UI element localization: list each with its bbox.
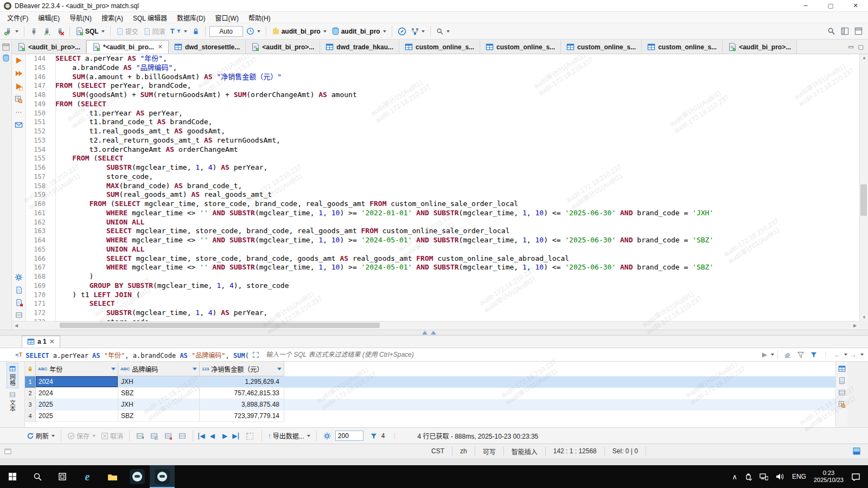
taskbar-search-button[interactable]	[25, 465, 50, 488]
expand-filter-icon[interactable]	[252, 351, 259, 358]
edit-cell-icon[interactable]	[178, 432, 186, 440]
table-row-3[interactable]: 32025JXH3,898,875.48	[25, 399, 835, 410]
column-header-0[interactable]: ABC年份	[36, 362, 118, 376]
splitter-up-icon[interactable]	[431, 331, 436, 335]
code-line-165[interactable]: 165 UNION ALL	[26, 245, 859, 254]
taskbar-explorer-button[interactable]	[100, 465, 125, 488]
code-line-164[interactable]: 164 WHERE mgclear_time <> '' AND SUBSTR(…	[26, 236, 859, 245]
code-line-151[interactable]: 151 t1.brand_code_t AS brandCode,	[26, 118, 859, 127]
menu-item-7[interactable]: 帮助(H)	[244, 12, 276, 23]
column-header-2[interactable]: 123净销售金额（元）	[200, 362, 284, 376]
close-button[interactable]: ✕	[843, 0, 868, 12]
edit-filter-funnel-icon[interactable]	[797, 351, 805, 358]
row-number[interactable]: 3	[25, 399, 36, 410]
compass-button[interactable]	[396, 26, 407, 36]
code-line-167[interactable]: 167 WHERE mgclear_time <> '' AND SUBSTR(…	[26, 263, 859, 272]
taskbar-app-dbeaver-2-active[interactable]	[150, 465, 175, 488]
code-line-150[interactable]: 150 t1.perYear AS perYear,	[26, 109, 859, 118]
filter-count-funnel-icon[interactable]	[370, 432, 378, 440]
editor-tab-2[interactable]: dwd_storesettle...	[169, 40, 246, 54]
editor-results-splitter[interactable]	[0, 330, 868, 336]
results-grid[interactable]: ABC年份ABC品牌编码123净销售金额（元） 12024JXH1,295,62…	[25, 362, 835, 427]
table-row-4[interactable]: 42025SBZ723,397,779.14	[25, 410, 835, 422]
editor-tab-3[interactable]: <audit_bi_pro>...	[246, 40, 320, 54]
export-data-button[interactable]: ↑ 导出数据...	[266, 430, 312, 441]
cell-r4-c2[interactable]: 723,397,779.14	[200, 410, 284, 422]
code-line-157[interactable]: 157 store_code,	[26, 172, 859, 182]
editor-tab-1[interactable]: *<audit_bi_pro...✕	[86, 40, 169, 54]
chevron-down-icon[interactable]	[860, 354, 864, 356]
cell-r4-c1[interactable]: SBZ	[118, 410, 200, 422]
code-line-145[interactable]: 145 a.brandCode AS "品牌编码",	[26, 63, 859, 73]
close-icon[interactable]: ✕	[49, 338, 55, 345]
output-doc-icon[interactable]	[15, 286, 23, 294]
cell-r2-c2[interactable]: 757,462,815.33	[200, 388, 284, 399]
row-number[interactable]: 2	[25, 388, 36, 399]
code-line-147[interactable]: 147FROM (SELECT perYear, brandCode,	[26, 81, 859, 91]
minimize-button[interactable]: ─	[793, 0, 818, 12]
delete-row-icon[interactable]	[164, 432, 172, 440]
network-icon[interactable]	[760, 473, 768, 480]
code-line-154[interactable]: 154 t3.orderChangeAmt AS orderChangeAmt	[26, 145, 859, 155]
commit-button[interactable]: 提交	[114, 25, 140, 37]
code-line-161[interactable]: 161 WHERE mgclear_time <> '' AND SUBSTR(…	[26, 209, 859, 218]
code-line-152[interactable]: 152 t1.real_goods_amt_t AS goodsAmt,	[26, 127, 859, 136]
close-tab-icon[interactable]: ✕	[158, 43, 163, 50]
metadata-panel-icon[interactable]	[838, 389, 846, 396]
execute-statement-icon[interactable]	[15, 56, 23, 65]
filters-funnel-icon[interactable]	[810, 351, 818, 358]
new-connection-button[interactable]	[3, 26, 20, 36]
save-button[interactable]: 保存	[66, 430, 97, 441]
cancel-button[interactable]: 取消	[99, 430, 125, 441]
table-row-1[interactable]: 12024JXH1,295,629.4	[25, 376, 835, 388]
sql-editor-button[interactable]: SQL	[74, 26, 106, 36]
editor-tab-5[interactable]: custom_online_s...	[399, 40, 480, 54]
refresh-button[interactable]: 刷新	[25, 430, 56, 441]
code-line-163[interactable]: 163 SELECT mgclear_time, store_code, bra…	[26, 227, 859, 236]
disconnect-button[interactable]	[28, 26, 40, 36]
chevron-down-icon[interactable]	[844, 354, 847, 356]
perspective-icon[interactable]	[841, 27, 849, 35]
sort-dropdown-icon[interactable]	[111, 368, 116, 370]
transaction-mode-button[interactable]: T	[169, 26, 189, 36]
menu-item-2[interactable]: 导航(N)	[65, 12, 97, 23]
editor-tab-4[interactable]: dwd_trade_hkau...	[320, 40, 399, 54]
menu-item-0[interactable]: 文件(F)	[2, 12, 33, 23]
table-row-2[interactable]: 22024SBZ757,462,815.33	[25, 388, 835, 399]
editor-tab-0[interactable]: <audit_bi_pro>...	[12, 40, 86, 54]
layout-icon[interactable]	[854, 27, 863, 35]
sort-dropdown-icon[interactable]	[277, 368, 282, 370]
goto-row-icon[interactable]	[246, 432, 253, 440]
editor-tab-9[interactable]: <audit_bi_pro>...	[723, 40, 797, 54]
code-line-166[interactable]: 166 SELECT mgclear_time, store_code, bra…	[26, 254, 859, 264]
cell-r2-c1[interactable]: SBZ	[118, 388, 200, 399]
cell-r3-c0[interactable]: 2025	[36, 399, 118, 410]
notification-center-icon[interactable]	[851, 473, 860, 481]
grid-corner-lock[interactable]	[25, 362, 36, 376]
editor-vscroll-thumb[interactable]	[860, 184, 867, 216]
last-row-icon[interactable]: ▶|	[232, 432, 240, 440]
next-row-icon[interactable]: ▶	[222, 432, 227, 440]
log-doc-icon[interactable]	[15, 299, 23, 306]
tray-chevron-up-icon[interactable]: ∧	[732, 473, 737, 481]
add-row-icon[interactable]	[136, 432, 144, 440]
calc-panel-icon[interactable]	[838, 377, 846, 384]
code-line-171[interactable]: 171 SELECT	[26, 299, 859, 309]
code-line-162[interactable]: 162 UNION ALL	[26, 218, 859, 227]
code-line-148[interactable]: 148 SUM(goodsAmt) + SUM(returnGoodsAmt) …	[26, 91, 859, 100]
database-selector[interactable]: audit_bi_pro	[330, 26, 388, 36]
apply-filter-play-icon[interactable]: ▶	[762, 351, 767, 358]
column-header-1[interactable]: ABC品牌编码	[118, 362, 200, 376]
database-navigator-icon[interactable]	[2, 54, 10, 62]
fetch-size-input[interactable]	[335, 431, 363, 441]
code-line-168[interactable]: 168 )	[26, 272, 859, 281]
code-line-144[interactable]: 144SELECT a.perYear AS "年份",	[26, 54, 859, 63]
forward-arrow-icon[interactable]: →	[850, 351, 857, 358]
taskbar-ie-button[interactable]: e	[75, 465, 100, 488]
envelope-icon[interactable]	[15, 121, 23, 129]
results-view-tab-0[interactable]: 网格	[7, 363, 18, 388]
taskbar-app-dbeaver-1[interactable]	[125, 465, 150, 488]
editor-tab-8[interactable]: custom_online_s...	[642, 40, 723, 54]
cell-r1-c2[interactable]: 1,295,629.4	[200, 376, 284, 388]
clear-filter-eraser-icon[interactable]	[784, 351, 792, 358]
